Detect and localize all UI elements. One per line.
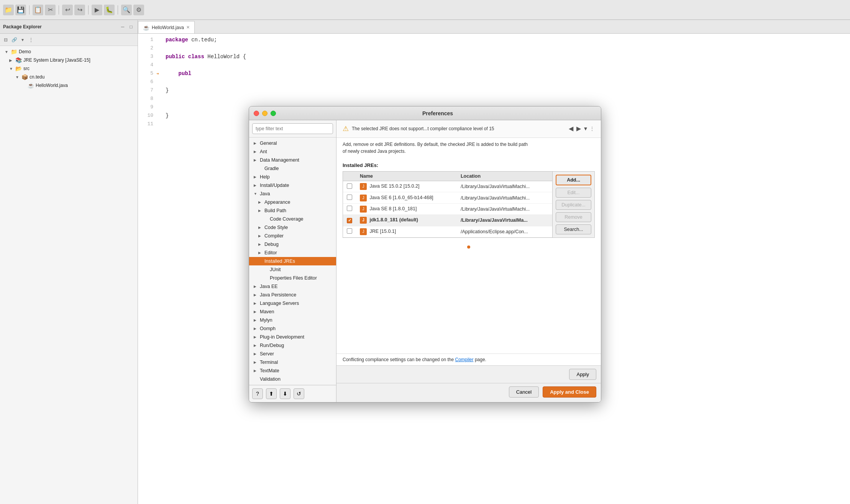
jre-row-1[interactable]: J Java SE 6 [1.6.0_65-b14-468] /Library/… <box>343 192 552 203</box>
nav-arrow-java: ▼ <box>254 192 258 196</box>
nav-item-compiler[interactable]: ▶ Compiler <box>249 232 336 240</box>
tree-item-jre[interactable]: ▶ 📚 JRE System Library [JavaSE-15] <box>0 56 138 64</box>
jre-check-3[interactable]: ✓ <box>343 215 356 226</box>
nav-item-language-servers[interactable]: ▶ Language Servers <box>249 299 336 308</box>
jre-check-4[interactable] <box>343 226 356 237</box>
nav-item-general[interactable]: ▶ General <box>249 139 336 147</box>
editor-tab-label: HelloWorld.java <box>152 25 184 30</box>
nav-item-oomph[interactable]: ▶ Oomph <box>249 324 336 333</box>
compiler-link[interactable]: Compiler <box>455 357 474 362</box>
menu-dots[interactable]: ⋮ <box>589 126 595 132</box>
nav-arrow-java-ee: ▶ <box>254 285 258 288</box>
nav-item-data-management[interactable]: ▶ Data Management <box>249 156 336 164</box>
more-arrow-btn[interactable]: ▾ <box>583 124 588 133</box>
minimize-icon[interactable]: ─ <box>119 23 126 30</box>
apply-close-button[interactable]: Apply and Close <box>543 386 596 398</box>
code-line-4: 4 <box>138 62 850 70</box>
nav-item-validation[interactable]: Validation <box>249 375 336 383</box>
nav-item-editor[interactable]: ▶ Editor <box>249 249 336 257</box>
nav-item-gradle[interactable]: Gradle <box>249 164 336 173</box>
warning-icon: ⚠ <box>343 124 349 133</box>
checkbox-1[interactable] <box>347 195 352 200</box>
toolbar-icon-undo[interactable]: ↩ <box>62 5 73 15</box>
nav-item-server[interactable]: ▶ Server <box>249 350 336 358</box>
checkbox-0[interactable] <box>347 183 352 189</box>
jre-check-2[interactable] <box>343 203 356 214</box>
nav-item-properties-files-editor[interactable]: Properties Files Editor <box>249 274 336 282</box>
nav-search-input[interactable] <box>252 123 333 134</box>
cancel-button[interactable]: Cancel <box>509 386 539 398</box>
nav-item-terminal[interactable]: ▶ Terminal <box>249 358 336 367</box>
nav-item-maven[interactable]: ▶ Maven <box>249 308 336 316</box>
jre-row-2[interactable]: J Java SE 8 [1.8.0_181] /Library/Java/Ja… <box>343 203 552 214</box>
jre-icon-2: J <box>360 206 367 213</box>
nav-item-textmate[interactable]: ▶ TextMate <box>249 367 336 375</box>
toolbar-icon-run[interactable]: ▶ <box>92 5 102 15</box>
nav-item-ant[interactable]: ▶ Ant <box>249 147 336 156</box>
toolbar-icon-file[interactable]: 📁 <box>3 5 14 15</box>
forward-arrow-btn[interactable]: ▶ <box>576 124 582 133</box>
jre-row-0[interactable]: J Java SE 15.0.2 [15.0.2] /Library/Java/… <box>343 181 552 192</box>
nav-item-java-persistence[interactable]: ▶ Java Persistence <box>249 291 336 299</box>
toolbar-icon-copy[interactable]: 📋 <box>33 5 43 15</box>
editor-tab-helloworld[interactable]: ☕ HelloWorld.java ✕ <box>138 21 195 33</box>
jre-check-1[interactable] <box>343 192 356 203</box>
checkbox-2[interactable] <box>347 206 352 211</box>
nav-item-help[interactable]: ▶ Help <box>249 173 336 181</box>
remove-jre-button[interactable]: Remove <box>556 212 591 222</box>
nav-item-run-debug[interactable]: ▶ Run/Debug <box>249 341 336 350</box>
nav-arrow-build-path: ▶ <box>258 209 263 213</box>
link-editor-icon[interactable]: 🔗 <box>11 36 18 43</box>
nav-item-mylyn[interactable]: ▶ Mylyn <box>249 316 336 324</box>
duplicate-jre-button[interactable]: Duplicate... <box>556 200 591 210</box>
restore-icon-btn[interactable]: ↺ <box>294 388 304 399</box>
editor-tab-close[interactable]: ✕ <box>186 25 190 30</box>
nav-item-installed-jres[interactable]: Installed JREs <box>249 257 336 265</box>
toolbar-icon-redo[interactable]: ↪ <box>74 5 85 15</box>
nav-item-code-coverage[interactable]: Code Coverage <box>249 215 336 223</box>
toolbar-icon-search[interactable]: 🔍 <box>121 5 132 15</box>
nav-arrow-run-debug: ▶ <box>254 344 258 347</box>
view-menu-icon[interactable]: ▾ <box>19 36 26 43</box>
apply-button[interactable]: Apply <box>569 369 596 380</box>
maximize-icon[interactable]: □ <box>128 23 135 30</box>
back-arrow-btn[interactable]: ◀ <box>568 124 574 133</box>
search-jre-button[interactable]: Search... <box>556 224 591 234</box>
toolbar-icon-cut[interactable]: ✂ <box>45 5 56 15</box>
export-icon-btn[interactable]: ⬇ <box>280 388 290 399</box>
nav-item-plugin-development[interactable]: ▶ Plug-in Development <box>249 333 336 341</box>
more-icon[interactable]: ⋮ <box>28 36 34 43</box>
nav-item-install-update[interactable]: ▶ Install/Update <box>249 181 336 190</box>
nav-item-appearance[interactable]: ▶ Appearance <box>249 198 336 206</box>
tree-item-helloworld-label: HelloWorld.java <box>36 83 68 88</box>
preferences-dialog[interactable]: Preferences ▶ General ▶ Ant <box>249 106 601 403</box>
import-icon-btn[interactable]: ⬆ <box>266 388 277 399</box>
toolbar-icon-settings[interactable]: ⚙ <box>133 5 144 15</box>
nav-item-java[interactable]: ▼ Java <box>249 190 336 198</box>
help-icon-btn[interactable]: ? <box>252 388 263 399</box>
nav-item-java-ee[interactable]: ▶ Java EE <box>249 282 336 291</box>
tree-item-src[interactable]: ▼ 📂 src <box>0 64 138 73</box>
collapse-all-icon[interactable]: ⊟ <box>2 36 9 43</box>
zoom-button[interactable] <box>271 111 276 116</box>
tree-item-demo[interactable]: ▼ 📁 Demo <box>0 47 138 56</box>
edit-jre-button[interactable]: Edit... <box>556 188 591 198</box>
jre-row-3[interactable]: ✓ J jdk1.8.0_181 (default) /Library/Java… <box>343 215 552 226</box>
jre-row-4[interactable]: J JRE [15.0.1] /Applications/Eclipse.app… <box>343 226 552 237</box>
tree-item-helloworld[interactable]: ☕ HelloWorld.java <box>0 81 138 90</box>
package-explorer-header: Package Explorer ─ □ <box>0 20 138 34</box>
toolbar-icon-debug[interactable]: 🐛 <box>104 5 115 15</box>
nav-item-debug[interactable]: ▶ Debug <box>249 240 336 249</box>
jre-check-0[interactable] <box>343 181 356 192</box>
tree-item-package[interactable]: ▼ 📦 cn.tedu <box>0 73 138 81</box>
checkbox-3[interactable]: ✓ <box>347 218 352 223</box>
checkbox-4[interactable] <box>347 228 352 234</box>
nav-item-junit[interactable]: JUnit <box>249 265 336 274</box>
close-button[interactable] <box>254 111 259 116</box>
nav-item-code-style[interactable]: ▶ Code Style <box>249 223 336 232</box>
nav-item-build-path[interactable]: ▶ Build Path <box>249 206 336 215</box>
minimize-button[interactable] <box>262 111 267 116</box>
code-line-6: 6 <box>138 79 850 87</box>
toolbar-icon-save[interactable]: 💾 <box>15 5 26 15</box>
add-jre-button[interactable]: Add... <box>556 175 591 185</box>
